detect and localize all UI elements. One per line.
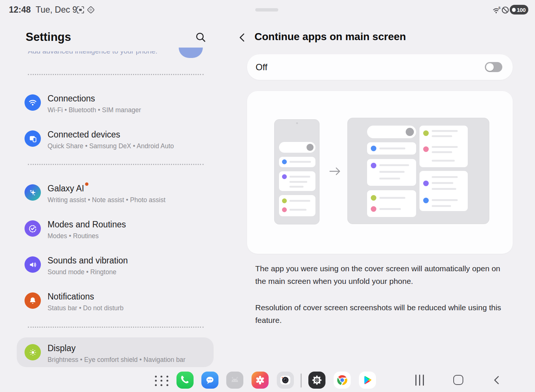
messages-app-icon[interactable]: [201, 372, 218, 389]
toggle-switch[interactable]: [485, 62, 502, 72]
item-subtitle: Brightness • Eye comfort shield • Naviga…: [48, 355, 185, 364]
dock-divider: [301, 373, 302, 388]
mini-line: [432, 176, 458, 178]
illustration-cover-screen: [274, 119, 320, 224]
mini-line: [432, 135, 452, 137]
back-chevron-icon: [238, 32, 248, 43]
mini-avatar: [307, 144, 314, 151]
mini-line: [432, 151, 452, 153]
description-paragraph-2: Resolution of cover screen screenshots w…: [255, 301, 505, 327]
mini-dot: [423, 130, 429, 136]
mini-line: [379, 171, 405, 173]
sparkles-icon: [25, 184, 41, 201]
placeholder-app-icon[interactable]: [226, 372, 243, 389]
battery-icon: [512, 8, 516, 12]
mini-dot: [371, 163, 376, 168]
mini-line: [432, 130, 458, 132]
mini-dot: [423, 146, 429, 152]
speaker-icon: [25, 256, 41, 273]
settings-app-icon[interactable]: [308, 372, 325, 389]
wifi-5-icon: 5: [492, 6, 501, 16]
right-arrow-icon: [328, 166, 342, 178]
master-toggle-card[interactable]: Off: [247, 54, 513, 80]
clock-check-icon: [25, 220, 41, 237]
mini-line: [432, 160, 455, 162]
settings-item-connected-devices[interactable]: Connected devices Quick Share • Samsung …: [25, 129, 174, 150]
mini-card: [279, 157, 315, 167]
gallery-app-icon[interactable]: [252, 372, 269, 389]
item-subtitle: Status bar • Do not disturb: [48, 304, 124, 312]
item-label: Connected devices: [48, 129, 174, 140]
divider: [28, 164, 204, 165]
divider: [28, 74, 204, 75]
play-store-app-icon[interactable]: [359, 372, 376, 389]
divider: [28, 327, 204, 328]
settings-item-connections[interactable]: Connections Wi-Fi • Bluetooth • SIM mana…: [25, 93, 141, 114]
mini-line: [289, 186, 304, 188]
item-label: Sounds and vibration: [48, 255, 128, 266]
interruptions-blocked-icon: [501, 6, 509, 16]
settings-item-notifications[interactable]: Notifications Status bar • Do not distur…: [25, 291, 124, 312]
battery-indicator: 100: [510, 5, 528, 14]
mini-dot: [282, 159, 287, 164]
package-icon: [87, 6, 95, 16]
chrome-app-icon[interactable]: [334, 372, 351, 389]
item-label: Connections: [48, 93, 141, 104]
phone-app-icon[interactable]: [176, 372, 194, 389]
nav-back-chevron-icon: [492, 375, 502, 386]
detail-title: Continue apps on main screen: [254, 31, 406, 43]
description-paragraph-1: The app you were using on the cover scre…: [255, 262, 505, 288]
svg-text:5: 5: [499, 6, 500, 10]
mini-line: [379, 164, 409, 166]
screenshot-icon: [76, 6, 85, 16]
mini-line: [289, 181, 307, 183]
back-button[interactable]: [238, 32, 249, 43]
scrolled-banner-icon: [179, 48, 203, 58]
mini-card: [419, 126, 468, 167]
settings-item-modes-routines[interactable]: Modes and Routines Modes • Routines: [25, 219, 126, 240]
settings-item-galaxy-ai[interactable]: Galaxy AI Writing assist • Note assist •…: [25, 183, 165, 204]
toggle-label: Off: [256, 62, 268, 72]
mini-line: [379, 148, 405, 149]
nav-home-button[interactable]: [453, 375, 463, 385]
nav-back-button[interactable]: [492, 375, 502, 387]
item-label: Modes and Routines: [48, 219, 126, 230]
settings-item-sounds[interactable]: Sounds and vibration Sound mode • Ringto…: [25, 255, 128, 276]
mini-line: [289, 161, 311, 163]
mini-line: [289, 200, 310, 202]
mini-search-pill: [279, 142, 315, 153]
item-subtitle: Quick Share • Samsung DeX • Android Auto: [48, 142, 174, 150]
bell-icon: [25, 292, 41, 309]
flex-panel-handle[interactable]: [255, 8, 278, 12]
wifi-icon: [25, 94, 41, 111]
new-badge-dot: [85, 182, 88, 186]
foldable-settings-screen: { "status_bar": { "time": "12:48", "date…: [0, 0, 535, 392]
item-label: Galaxy AI: [48, 183, 165, 194]
mini-line: [379, 197, 405, 199]
mini-dot: [371, 195, 376, 201]
settings-item-display[interactable]: Display Brightness • Eye comfort shield …: [17, 337, 214, 367]
illustration-main-screen: [347, 118, 489, 224]
mini-dot: [423, 198, 429, 203]
mini-card: [419, 171, 468, 211]
app-drawer-button[interactable]: [153, 375, 170, 387]
page-title: Settings: [26, 30, 71, 44]
search-button[interactable]: [195, 32, 208, 44]
mini-dot: [371, 146, 376, 151]
mini-card: [279, 171, 315, 191]
display-row-content: Display Brightness • Eye comfort shield …: [25, 343, 185, 364]
mini-search-pill: [367, 126, 416, 138]
mini-dot: [282, 174, 287, 179]
item-label: Display: [48, 343, 185, 354]
nav-recents-button[interactable]: [415, 375, 424, 386]
item-subtitle: Modes • Routines: [48, 231, 126, 240]
status-date: Tue, Dec 9: [36, 5, 77, 15]
camera-app-icon[interactable]: [277, 372, 294, 389]
item-subtitle: Writing assist • Note assist • Photo ass…: [48, 195, 165, 204]
mini-card: [367, 190, 416, 217]
mini-dot: [371, 206, 376, 212]
status-time: 12:48: [9, 5, 31, 15]
mini-line: [432, 182, 453, 184]
battery-percent: 100: [517, 7, 526, 13]
scrolled-banner-text: Add advanced intelligence to your phone.: [28, 51, 173, 58]
